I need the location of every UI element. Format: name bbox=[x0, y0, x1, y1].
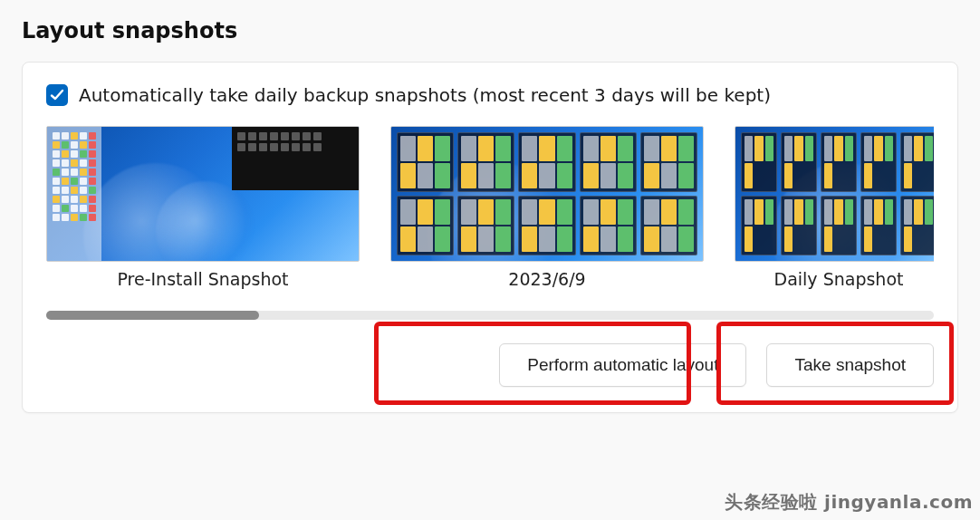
snapshot-thumbnail bbox=[735, 126, 934, 262]
check-icon bbox=[50, 88, 64, 102]
snapshot-thumbnail bbox=[390, 126, 704, 262]
snapshot-thumbnail bbox=[46, 126, 360, 262]
section-title: Layout snapshots bbox=[22, 18, 958, 43]
snapshot-item[interactable]: Daily Snapshot bbox=[735, 126, 934, 289]
auto-backup-checkbox[interactable] bbox=[46, 84, 68, 106]
scrollbar-thumb[interactable] bbox=[46, 311, 259, 320]
snapshot-item[interactable]: 2023/6/9 bbox=[390, 126, 704, 289]
snapshot-caption: 2023/6/9 bbox=[390, 269, 704, 289]
snapshot-scrollbar[interactable] bbox=[46, 311, 934, 320]
snapshot-item[interactable]: Pre-Install Snapshot bbox=[46, 126, 360, 289]
watermark: 头条经验啦 jingyanla.com bbox=[725, 490, 973, 515]
layout-snapshots-panel: Automatically take daily backup snapshot… bbox=[22, 62, 958, 413]
perform-automatic-layout-button[interactable]: Perform automatic layout bbox=[499, 343, 746, 387]
snapshot-caption: Pre-Install Snapshot bbox=[46, 269, 360, 289]
take-snapshot-button[interactable]: Take snapshot bbox=[766, 343, 934, 387]
auto-backup-label: Automatically take daily backup snapshot… bbox=[79, 84, 771, 106]
snapshot-caption: Daily Snapshot bbox=[735, 269, 934, 289]
auto-backup-row: Automatically take daily backup snapshot… bbox=[46, 84, 934, 106]
snapshot-list: Pre-Install Snapshot 2023/6/9 bbox=[46, 126, 934, 289]
button-row: Perform automatic layout Take snapshot bbox=[46, 343, 934, 387]
